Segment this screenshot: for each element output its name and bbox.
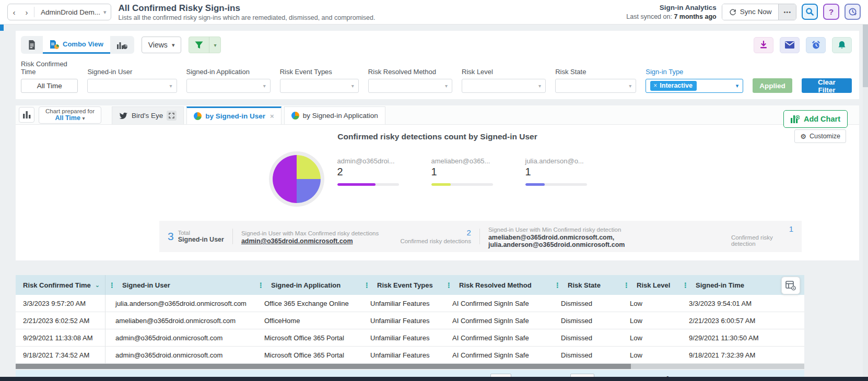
column-label: Risk Event Types bbox=[377, 281, 433, 289]
chart-prepared-for[interactable]: Chart prepared for All Time ▾ bbox=[39, 106, 101, 124]
risk-level-select[interactable]: ▾ bbox=[462, 79, 546, 93]
risk-state-select[interactable]: ▾ bbox=[555, 79, 636, 93]
clock-check-icon bbox=[848, 7, 857, 16]
clear-filter-button[interactable]: Clear Filter bbox=[802, 78, 852, 93]
cell-signed-in-user: admin@o365droid.onmicrosoft.com bbox=[105, 347, 254, 363]
scrollbar-thumb[interactable] bbox=[16, 364, 631, 369]
column-menu-icon[interactable]: ⋮ bbox=[257, 281, 264, 289]
column-header-risk-confirmed-time[interactable]: Risk Confirmed Time ⌄ bbox=[16, 275, 105, 295]
legend-item[interactable]: julia.anderson@o... 1 bbox=[525, 153, 603, 186]
cell-risk-event-types: Unfamiliar Features bbox=[360, 312, 442, 329]
alarm-clock-icon bbox=[812, 41, 820, 50]
refresh-icon bbox=[729, 8, 736, 16]
scrollbar-thumb[interactable] bbox=[863, 25, 868, 87]
chip-close-icon[interactable]: × bbox=[653, 82, 657, 89]
tenant-selector[interactable]: AdminDroid Dem... bbox=[36, 8, 103, 16]
cell-risk-level: Low bbox=[620, 347, 679, 363]
chart-type-button[interactable] bbox=[19, 107, 34, 123]
tab-by-signed-in-application[interactable]: by Signed-in Application bbox=[284, 106, 385, 124]
chart-panel: Chart prepared for All Time ▾ Bird's Eye… bbox=[16, 105, 859, 260]
last-synced-value: 7 months ago bbox=[674, 13, 716, 20]
column-header-risk-resolved-method[interactable]: ⋮Risk Resolved Method bbox=[442, 275, 551, 295]
add-chart-button[interactable]: Add Chart bbox=[783, 110, 848, 128]
legend-item[interactable]: ameliaben@o365... 1 bbox=[431, 153, 509, 186]
filter-label: Risk Confirmed Time bbox=[21, 60, 78, 76]
signed-in-application-select[interactable]: ▾ bbox=[186, 79, 271, 93]
legend-item[interactable]: admin@o365droi... 2 bbox=[337, 153, 415, 186]
max-user-link[interactable]: admin@o365droid.onmicrosoft.com bbox=[241, 237, 353, 245]
column-menu-icon[interactable]: ⋮ bbox=[682, 281, 689, 289]
legend-bar-fill bbox=[337, 183, 376, 186]
pie-chart-icon bbox=[194, 112, 202, 120]
applied-button[interactable]: Applied bbox=[753, 78, 792, 93]
signed-in-user-select[interactable]: ▾ bbox=[87, 79, 177, 93]
legend-name: julia.anderson@o... bbox=[525, 157, 603, 165]
expand-icon[interactable] bbox=[167, 111, 177, 121]
risk-event-types-select[interactable]: ▾ bbox=[280, 79, 359, 93]
tab-chart-view[interactable] bbox=[110, 36, 134, 54]
column-menu-icon[interactable]: ⋮ bbox=[554, 281, 561, 289]
risk-resolved-method-select[interactable]: ▾ bbox=[368, 79, 452, 93]
table-row[interactable]: 9/29/2021 11:33:08 AM admin@o365droid.on… bbox=[16, 329, 804, 347]
birds-eye-label: Bird's Eye bbox=[132, 112, 163, 120]
nav-forward-icon[interactable]: › bbox=[20, 8, 33, 17]
risk-confirmed-time-select[interactable]: All Time bbox=[21, 79, 78, 93]
column-settings-button[interactable] bbox=[781, 277, 800, 294]
filter-dropdown-caret[interactable]: ▾ bbox=[209, 37, 220, 53]
min-label: Signed-in User with Min Confirmed risky … bbox=[488, 227, 621, 233]
chevron-down-icon: ▾ bbox=[736, 82, 739, 89]
column-label: Risk Resolved Method bbox=[459, 281, 532, 289]
filter-funnel-button[interactable] bbox=[189, 37, 209, 53]
column-header-signed-in-user[interactable]: ⋮Signed-in User bbox=[105, 275, 254, 295]
scheduled-tasks-button[interactable] bbox=[844, 4, 861, 20]
cell-signed-in-application: Office 365 Exchange Online bbox=[254, 295, 360, 312]
export-download-button[interactable] bbox=[754, 37, 773, 53]
sign-in-type-select[interactable]: × Interactive ▾ bbox=[646, 79, 743, 93]
chart-body: Confirmed risky detections count by Sign… bbox=[16, 125, 859, 260]
legend-bar bbox=[525, 183, 587, 186]
divider bbox=[34, 7, 34, 17]
filter-risk-event-types: Risk Event Types ▾ bbox=[280, 68, 359, 93]
sort-down-icon[interactable]: ⌄ bbox=[95, 282, 100, 289]
cell-signed-in-application: Microsoft Office 365 Portal bbox=[254, 347, 360, 363]
email-report-button[interactable] bbox=[780, 37, 800, 53]
tab-report-view[interactable] bbox=[21, 36, 43, 54]
table-row[interactable]: 9/18/2021 7:34:52 AM admin@o365droid.onm… bbox=[16, 347, 804, 364]
cell-signed-in-time: 3/3/2023 9:54:01 AM bbox=[679, 295, 804, 312]
table-row[interactable]: 3/3/2023 9:57:20 AM julia.anderson@o365d… bbox=[16, 295, 804, 312]
pie-chart[interactable] bbox=[273, 155, 321, 203]
cell-risk-confirmed-time: 9/18/2021 7:34:52 AM bbox=[16, 347, 105, 363]
cell-risk-level: Low bbox=[620, 295, 679, 312]
sync-more-button[interactable]: ••• bbox=[778, 4, 796, 20]
column-header-risk-state[interactable]: ⋮Risk State bbox=[551, 275, 620, 295]
table-row[interactable]: 2/21/2023 6:02:52 AM ameliaben@o365droid… bbox=[16, 312, 804, 329]
vertical-scrollbar[interactable] bbox=[863, 25, 868, 377]
column-menu-icon[interactable]: ⋮ bbox=[623, 281, 630, 289]
column-header-signed-in-application[interactable]: ⋮Signed-in Application bbox=[254, 275, 360, 295]
alerts-button[interactable] bbox=[832, 37, 852, 53]
column-menu-icon[interactable]: ⋮ bbox=[363, 281, 370, 289]
column-menu-icon[interactable]: ⋮ bbox=[445, 281, 452, 289]
customize-button[interactable]: ⚙ Customize bbox=[794, 129, 846, 143]
help-button[interactable]: ? bbox=[823, 4, 839, 20]
chip-label: Interactive bbox=[660, 82, 693, 89]
column-header-risk-event-types[interactable]: ⋮Risk Event Types bbox=[360, 275, 442, 295]
tab-by-signed-in-user[interactable]: by Signed-in User × bbox=[186, 106, 281, 124]
schedule-report-button[interactable] bbox=[806, 37, 826, 53]
views-dropdown[interactable]: Views ▾ bbox=[142, 37, 182, 53]
chevron-down-icon[interactable]: ▾ bbox=[103, 9, 111, 16]
column-header-risk-level[interactable]: ⋮Risk Level bbox=[620, 275, 679, 295]
search-button[interactable] bbox=[802, 4, 818, 20]
cell-risk-state: Dismissed bbox=[551, 312, 620, 329]
tab-birds-eye[interactable]: Bird's Eye bbox=[112, 106, 184, 124]
cell-risk-level: Low bbox=[620, 329, 679, 346]
nav-back-icon[interactable]: ‹ bbox=[8, 8, 20, 17]
pie-chart-icon bbox=[291, 112, 299, 120]
column-menu-icon[interactable]: ⋮ bbox=[109, 281, 115, 289]
sync-now-button[interactable]: Sync Now bbox=[722, 4, 779, 20]
tab-combo-view[interactable]: Combo View bbox=[43, 36, 110, 54]
tenant-navigator: ‹ › AdminDroid Dem... ▾ bbox=[7, 4, 111, 20]
summary-max: Signed-in User with Max Confirmed risky … bbox=[241, 228, 471, 245]
horizontal-scrollbar[interactable] bbox=[16, 364, 804, 369]
close-tab-icon[interactable]: × bbox=[270, 112, 274, 120]
